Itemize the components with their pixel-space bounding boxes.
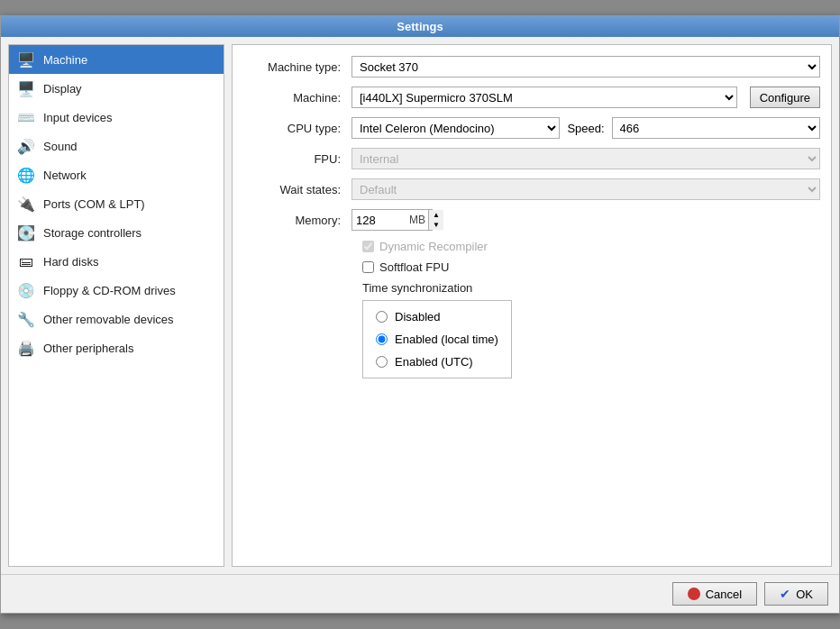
time-sync-local-radio[interactable] [376,333,388,345]
time-sync-disabled-label: Disabled [395,310,441,324]
dialog-footer: Cancel ✔ OK [1,574,839,613]
softfloat-checkbox[interactable] [362,261,374,273]
floppy-cdrom-icon: 💿 [16,280,36,300]
time-sync-disabled-radio[interactable] [376,311,388,323]
cancel-button[interactable]: Cancel [672,582,757,606]
sidebar-item-storage-controllers[interactable]: 💽Storage controllers [9,218,224,247]
fpu-select: Internal [352,148,820,169]
softfloat-label: Softfloat FPU [379,260,449,274]
wait-states-label: Wait states: [243,183,352,196]
time-sync-box: Disabled Enabled (local time) Enabled (U… [362,300,512,378]
memory-row: Memory: MB ▲ ▼ [243,209,820,231]
sidebar-label-sound: Sound [43,140,78,153]
sidebar-label-machine: Machine [43,53,87,67]
sidebar-item-sound[interactable]: 🔊Sound [9,132,224,160]
sidebar-item-display[interactable]: 🖥️Display [9,74,224,103]
wait-states-select: Default [352,178,820,200]
sidebar-label-ports: Ports (COM & LPT) [43,197,145,211]
content-panel: Machine type: Socket 370Socket 7Socket A… [232,44,832,567]
ok-icon: ✔ [780,587,790,601]
sidebar-item-network[interactable]: 🌐Network [9,160,224,189]
dynamic-recompiler-label: Dynamic Recompiler [379,240,488,253]
wait-states-row: Wait states: Default [243,178,820,200]
input-devices-icon: ⌨️ [16,107,36,127]
network-icon: 🌐 [16,165,36,185]
machine-type-control: Socket 370Socket 7Socket A [352,56,820,77]
hard-disks-icon: 🖴 [16,251,36,271]
speed-label: Speed: [567,122,604,135]
memory-spin-up[interactable]: ▲ [429,210,443,220]
title-bar: Settings [1,16,839,37]
fpu-label: FPU: [243,152,352,166]
memory-spin-buttons: ▲ ▼ [428,210,443,230]
settings-dialog: Settings 🖥️Machine🖥️Display⌨️Input devic… [0,15,840,614]
cancel-label: Cancel [706,588,742,601]
machine-label: Machine: [243,91,352,105]
memory-unit: MB [406,214,428,226]
sidebar-label-floppy-cdrom: Floppy & CD-ROM drives [43,284,176,297]
time-sync-utc-radio[interactable] [376,356,388,368]
sidebar: 🖥️Machine🖥️Display⌨️Input devices🔊Sound🌐… [8,44,224,567]
sidebar-label-input-devices: Input devices [43,111,113,124]
configure-button[interactable]: Configure [750,87,820,108]
machine-row: Machine: [i440LX] Supermicro 370SLM Conf… [243,87,820,108]
sidebar-item-removable[interactable]: 🔧Other removable devices [9,305,224,333]
memory-spin-down[interactable]: ▼ [429,220,443,230]
time-sync-local-row[interactable]: Enabled (local time) [376,333,498,346]
sidebar-item-input-devices[interactable]: ⌨️Input devices [9,103,224,132]
ok-label: OK [796,588,813,601]
time-sync-utc-row[interactable]: Enabled (UTC) [376,355,498,369]
cancel-icon [688,588,700,600]
cpu-type-control: Intel Celeron (Mendocino) Speed: 466 [352,117,820,139]
fpu-row: FPU: Internal [243,148,820,169]
wait-states-control: Default [352,178,820,200]
peripherals-icon: 🖨️ [16,338,36,358]
machine-type-label: Machine type: [243,60,352,74]
memory-spinbox: MB ▲ ▼ [352,209,433,231]
time-sync-utc-label: Enabled (UTC) [395,355,473,369]
removable-icon: 🔧 [16,309,36,329]
sidebar-item-hard-disks[interactable]: 🖴Hard disks [9,247,224,276]
storage-controllers-icon: 💽 [16,223,36,242]
softfloat-row: Softfloat FPU [362,260,820,274]
sound-icon: 🔊 [16,136,36,156]
machine-control: [i440LX] Supermicro 370SLM Configure [352,87,820,108]
fpu-control: Internal [352,148,820,169]
machine-type-row: Machine type: Socket 370Socket 7Socket A [243,56,820,77]
sidebar-label-display: Display [43,82,82,96]
time-sync-title: Time synchronization [362,281,820,295]
machine-select[interactable]: [i440LX] Supermicro 370SLM [352,87,737,108]
cpu-type-select[interactable]: Intel Celeron (Mendocino) [352,117,560,139]
machine-type-select[interactable]: Socket 370Socket 7Socket A [352,56,820,77]
cpu-type-label: CPU type: [243,122,352,135]
sidebar-label-storage-controllers: Storage controllers [43,226,142,240]
sidebar-item-ports[interactable]: 🔌Ports (COM & LPT) [9,189,224,218]
dynamic-recompiler-row: Dynamic Recompiler [362,240,820,253]
memory-input[interactable] [352,211,406,230]
ok-button[interactable]: ✔ OK [764,582,828,606]
memory-label: Memory: [243,214,352,227]
cpu-type-row: CPU type: Intel Celeron (Mendocino) Spee… [243,117,820,139]
sidebar-label-network: Network [43,169,87,182]
sidebar-item-machine[interactable]: 🖥️Machine [9,45,224,74]
sidebar-label-hard-disks: Hard disks [43,255,98,269]
dialog-body: 🖥️Machine🖥️Display⌨️Input devices🔊Sound🌐… [1,37,839,574]
sidebar-label-peripherals: Other peripherals [43,342,133,355]
window-title: Settings [397,20,443,33]
display-icon: 🖥️ [16,78,36,98]
time-sync-disabled-row[interactable]: Disabled [376,310,498,324]
machine-icon: 🖥️ [16,50,36,69]
time-sync-local-label: Enabled (local time) [395,333,498,346]
speed-select[interactable]: 466 [612,117,820,139]
sidebar-label-removable: Other removable devices [43,313,174,326]
ports-icon: 🔌 [16,194,36,214]
memory-control: MB ▲ ▼ [352,209,433,231]
dynamic-recompiler-checkbox [362,241,374,252]
sidebar-item-peripherals[interactable]: 🖨️Other peripherals [9,333,224,362]
time-sync-group: Time synchronization Disabled Enabled (l… [362,281,820,378]
sidebar-item-floppy-cdrom[interactable]: 💿Floppy & CD-ROM drives [9,276,224,305]
